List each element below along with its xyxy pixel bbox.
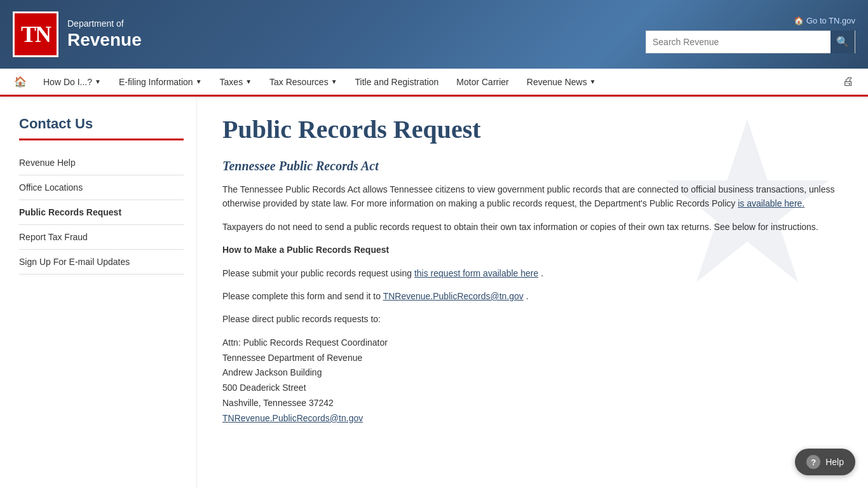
sidebar-item-public-records[interactable]: Public Records Request (19, 200, 184, 225)
nav-home-link[interactable]: 🏠 (6, 69, 34, 94)
chevron-down-icon: ▼ (245, 78, 252, 85)
header-title: Department of Revenue (67, 18, 142, 50)
how-to-title: How to Make a Public Records Request (222, 243, 843, 257)
address-line-5: Nashville, Tennessee 37242 (222, 396, 843, 411)
tn-logo: TN (13, 11, 58, 57)
address-line-1: Attn: Public Records Request Coordinator (222, 336, 843, 351)
sidebar-item-office-locations[interactable]: Office Locations (19, 175, 184, 200)
search-box: 🔍 (646, 30, 855, 53)
page-title: Public Records Request (222, 116, 843, 144)
sidebar-title: Contact Us (19, 116, 184, 132)
nav-item-tax-resources[interactable]: Tax Resources ▼ (261, 71, 346, 93)
nav-item-title-registration[interactable]: Title and Registration (346, 71, 448, 93)
chevron-down-icon: ▼ (95, 78, 101, 85)
nav-item-taxes[interactable]: Taxes ▼ (211, 71, 261, 93)
chevron-down-icon: ▼ (196, 78, 202, 85)
search-icon: 🔍 (836, 36, 849, 48)
nav-item-motor-carrier[interactable]: Motor Carrier (447, 71, 517, 93)
request-form-link[interactable]: this request form available here (414, 268, 538, 278)
header-right: 🏠 Go to TN.gov 🔍 (646, 16, 868, 53)
sidebar-item-email-updates[interactable]: Sign Up For E-mail Updates (19, 250, 184, 274)
paragraph-3: Please submit your public records reques… (222, 266, 843, 280)
main-nav: 🏠 How Do I...? ▼ E-filing Information ▼ … (0, 69, 868, 97)
sidebar: Contact Us Revenue Help Office Locations… (0, 97, 197, 488)
print-button[interactable]: 🖨 (835, 70, 862, 93)
section-title: Tennessee Public Records Act (222, 159, 843, 173)
help-icon: ? (806, 455, 820, 469)
help-label: Help (825, 457, 844, 467)
address-email-link[interactable]: TNRevenue.PublicRecords@tn.gov (222, 413, 363, 423)
policy-link[interactable]: is available here. (738, 198, 804, 208)
address-line-4: 500 Deaderick Street (222, 381, 843, 396)
site-header: TN Department of Revenue 🏠 Go to TN.gov … (0, 0, 868, 69)
sidebar-divider (19, 139, 184, 140)
search-input[interactable] (646, 33, 831, 51)
help-button[interactable]: ? Help (795, 449, 855, 475)
sidebar-item-revenue-help[interactable]: Revenue Help (19, 151, 184, 175)
revenue-label: Revenue (67, 29, 142, 51)
nav-item-efiling[interactable]: E-filing Information ▼ (110, 71, 211, 93)
paragraph-5: Please direct public records requests to… (222, 312, 843, 326)
address-line-3: Andrew Jackson Building (222, 365, 843, 381)
go-to-tn-link[interactable]: 🏠 Go to TN.gov (794, 16, 855, 25)
chevron-down-icon: ▼ (590, 78, 596, 85)
header-logo-area: TN Department of Revenue (0, 11, 142, 57)
paragraph-1: The Tennessee Public Records Act allows … (222, 182, 843, 211)
main-content: Public Records Request Tennessee Public … (197, 97, 868, 488)
content-inner: Public Records Request Tennessee Public … (222, 116, 843, 426)
home-icon: 🏠 (794, 16, 804, 25)
address-line-2: Tennessee Department of Revenue (222, 351, 843, 366)
chevron-down-icon: ▼ (331, 78, 337, 85)
nav-item-how-do-i[interactable]: How Do I...? ▼ (34, 71, 110, 93)
search-button[interactable]: 🔍 (831, 30, 855, 53)
nav-item-revenue-news[interactable]: Revenue News ▼ (518, 71, 605, 93)
dept-label: Department of (67, 18, 142, 29)
paragraph-4: Please complete this form and send it to… (222, 289, 843, 303)
address-block: Attn: Public Records Request Coordinator… (222, 336, 843, 426)
sidebar-item-report-tax-fraud[interactable]: Report Tax Fraud (19, 225, 184, 250)
paragraph-2: Taxpayers do not need to send a public r… (222, 220, 843, 234)
main-container: Contact Us Revenue Help Office Locations… (0, 97, 868, 488)
email-link-1[interactable]: TNRevenue.PublicRecords@tn.gov (383, 291, 524, 301)
